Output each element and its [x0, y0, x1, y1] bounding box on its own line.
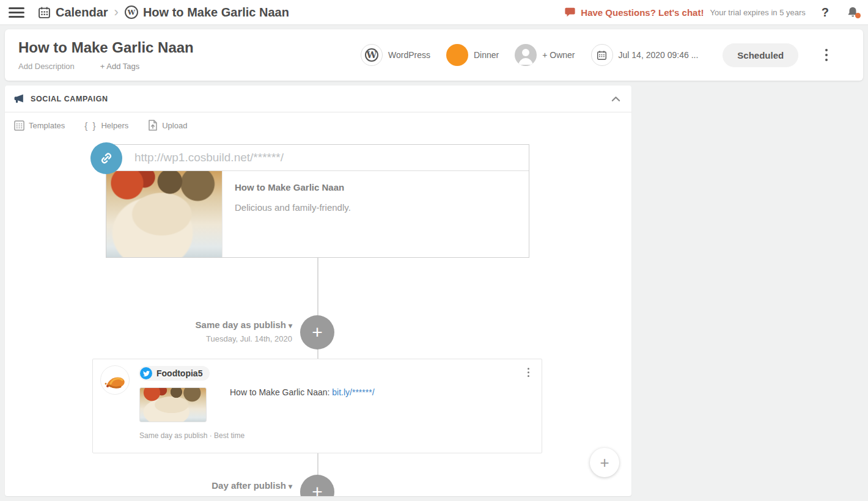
- category-color-dot: [446, 44, 468, 66]
- add-social-message-fab[interactable]: +: [590, 448, 619, 477]
- campaign-toolbar: Templates { } Helpers Upload: [5, 112, 631, 138]
- caret-down-icon: ▾: [289, 321, 292, 330]
- chevron-right-icon: ›: [114, 5, 119, 19]
- account-avatar: [100, 365, 130, 395]
- chat-link[interactable]: Have Questions? Let's chat!: [564, 7, 704, 18]
- templates-button[interactable]: Templates: [14, 120, 65, 131]
- add-post-button[interactable]: +: [300, 475, 334, 496]
- breadcrumb-calendar[interactable]: Calendar: [56, 5, 108, 20]
- post-thumbnail: [139, 387, 207, 422]
- help-button[interactable]: ?: [822, 5, 829, 20]
- owner-chip[interactable]: + Owner: [515, 44, 575, 66]
- post-schedule-meta: Same day as publish · Best time: [139, 431, 245, 440]
- group-dropdown[interactable]: Day after publish▾: [90, 480, 292, 491]
- category-chip[interactable]: Dinner: [446, 44, 499, 66]
- add-post-button[interactable]: +: [300, 315, 334, 349]
- close-icon[interactable]: ✕: [862, 45, 868, 65]
- social-post-card: Foodtopia5 How to Make Garlic Naan: bit.…: [92, 359, 542, 453]
- platform-chip[interactable]: W WordPress: [361, 44, 430, 66]
- link-preview-card: How to Make Garlic Naan Delicious and fa…: [106, 144, 529, 258]
- account-name: Foodtopia5: [156, 368, 202, 378]
- calendar-badge-icon: [591, 44, 613, 66]
- project-header: How to Make Garlic Naan Add Description …: [5, 29, 863, 81]
- braces-icon: { }: [84, 120, 97, 131]
- collapse-chevron-icon[interactable]: [609, 93, 623, 104]
- breadcrumb-page-title: How to Make Garlic Naan: [143, 5, 289, 20]
- preview-description: Delicious and family-friendly.: [235, 202, 351, 213]
- upload-icon: [148, 120, 158, 131]
- twitter-icon: [140, 367, 152, 379]
- templates-grid-icon: [14, 120, 24, 131]
- group-dropdown[interactable]: Same day as publish▾: [90, 320, 292, 330]
- preview-image: [106, 171, 223, 257]
- social-campaign-panel: SOCIAL CAMPAIGN Templates { } Helpers Up…: [5, 86, 631, 496]
- chat-bubble-icon: [564, 7, 576, 18]
- notification-dot: [855, 13, 861, 18]
- top-bar: Calendar › W How to Make Garlic Naan Hav…: [0, 0, 868, 25]
- add-tags-button[interactable]: + Add Tags: [100, 62, 139, 71]
- timeline-group-day-after: Day after publish▾ Wednesday, Jul. 15th,…: [90, 480, 292, 496]
- trial-expiry-text: Your trial expires in 5 years: [710, 8, 805, 17]
- campaign-content: How to Make Garlic Naan Delicious and fa…: [5, 138, 631, 496]
- status-badge[interactable]: Scheduled: [723, 43, 798, 67]
- preview-title: How to Make Garlic Naan: [235, 182, 351, 192]
- url-input[interactable]: [106, 145, 529, 171]
- calendar-icon: [38, 6, 51, 19]
- link-icon: [90, 142, 122, 174]
- section-title: SOCIAL CAMPAIGN: [31, 95, 108, 103]
- account-name-pill: Foodtopia5: [139, 366, 210, 381]
- social-campaign-header: SOCIAL CAMPAIGN: [5, 86, 631, 112]
- caret-down-icon: ▾: [289, 482, 292, 491]
- project-title[interactable]: How to Make Garlic Naan: [18, 39, 361, 56]
- wordpress-badge-icon: W: [361, 44, 383, 66]
- group-date: Tuesday, Jul. 14th, 2020: [90, 334, 292, 343]
- upload-button[interactable]: Upload: [148, 120, 187, 131]
- menu-icon[interactable]: [9, 7, 24, 18]
- wordpress-icon: W: [125, 5, 138, 19]
- group-date: Wednesday, Jul. 15th, 2020: [90, 495, 292, 496]
- post-options-icon[interactable]: [523, 365, 534, 379]
- helpers-button[interactable]: { } Helpers: [84, 120, 128, 131]
- schedule-date-chip[interactable]: Jul 14, 2020 09:46 ...: [591, 44, 699, 66]
- more-options-icon[interactable]: [819, 45, 834, 65]
- notifications-bell-icon[interactable]: [846, 5, 859, 19]
- owner-avatar: [515, 44, 537, 66]
- add-description-button[interactable]: Add Description: [18, 62, 75, 71]
- megaphone-icon: [13, 93, 25, 104]
- post-link[interactable]: bit.ly/******/: [332, 387, 374, 397]
- timeline-group-same-day: Same day as publish▾ Tuesday, Jul. 14th,…: [90, 320, 292, 343]
- post-text: How to Make Garlic Naan: bit.ly/******/: [230, 387, 375, 397]
